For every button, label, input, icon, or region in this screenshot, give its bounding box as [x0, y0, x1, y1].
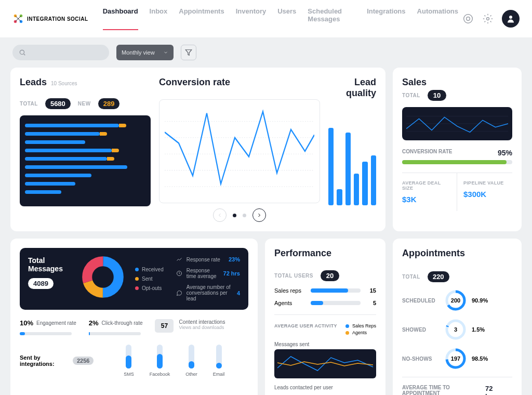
search-icon [19, 49, 26, 56]
brand-logo: INTEGRATION SOCIAL [12, 13, 88, 24]
showed-label: SHOWED [402, 327, 440, 333]
sales-reps-label: Sales reps [274, 287, 305, 294]
leads-new-value: 289 [98, 98, 120, 109]
legend-sales-reps: Sales Reps [352, 323, 376, 328]
avg-deal-label: AVERAGE DEAL SIZE [402, 180, 450, 191]
svg-point-5 [467, 17, 470, 21]
sales-total-value: 10 [428, 90, 446, 101]
nav-appointments[interactable]: Appointments [179, 7, 224, 30]
ctr-label: Click-through rate [102, 320, 143, 326]
ci-value: 57 [155, 319, 174, 333]
pipeline-value: $300K [463, 190, 512, 199]
carousel-dot-2[interactable] [243, 214, 246, 217]
leads-total-label: TOTAL [20, 101, 38, 107]
main-nav: Dashboard Inbox Appointments Inventory U… [103, 7, 458, 30]
performance-card: Performance TOTAL USERS20 Sales reps15 A… [265, 239, 385, 395]
nav-dashboard[interactable]: Dashboard [103, 7, 138, 30]
ci-label: Content interactions [179, 319, 225, 325]
carousel-dot-1[interactable] [233, 214, 236, 217]
avg-user-label: AVERAGE USER ACTIVITY [274, 323, 337, 335]
filter-button[interactable] [181, 45, 196, 60]
noshows-label: NO-SHOWS [402, 356, 440, 362]
sales-conv-value: 95% [498, 149, 512, 157]
help-icon[interactable] [462, 13, 474, 24]
toolbar: Monthly view [0, 37, 532, 68]
leads-new-label: NEW [78, 101, 91, 107]
sent-by-value: 2256 [73, 357, 94, 365]
chevron-down-icon [163, 50, 168, 55]
avg-conv-value: 4 [237, 290, 240, 296]
sales-conv-bar [402, 160, 512, 164]
view-select-label: Monthly view [122, 49, 155, 56]
nav-scheduled[interactable]: Scheduled Messages [308, 7, 355, 30]
view-select[interactable]: Monthly view [116, 45, 174, 60]
nav-users[interactable]: Users [277, 7, 296, 30]
carousel-next[interactable] [252, 208, 266, 222]
noshows-ring: 197 [445, 348, 467, 370]
messages-title: Total Messages [28, 256, 74, 273]
int-label-other: Other [185, 372, 197, 377]
sent-by-label: Sent by integrations: [20, 354, 66, 367]
nav-inbox[interactable]: Inbox [150, 7, 168, 30]
legend-sent: Sent [142, 276, 153, 282]
svg-point-7 [509, 16, 512, 19]
svg-point-6 [487, 18, 489, 20]
nav-inventory[interactable]: Inventory [236, 7, 267, 30]
agents-value: 5 [366, 300, 376, 306]
clock-icon [176, 270, 182, 276]
leads-hbar-chart [20, 115, 151, 206]
svg-marker-10 [185, 50, 192, 56]
user-avatar[interactable] [502, 10, 520, 28]
msgs-sent-label: Messages sent [274, 341, 376, 347]
sales-card: Sales TOTAL 10 CONVERSION RATE 95% AVERA… [393, 68, 522, 231]
brand-name: INTEGRATION SOCIAL [27, 16, 88, 22]
ctr-pct: 2% [89, 319, 99, 327]
carousel-nav [159, 208, 320, 222]
svg-line-9 [23, 54, 25, 55]
engagement-pct: 10% [20, 319, 33, 327]
showed-pct: 1.5% [472, 326, 485, 333]
response-time-value: 72 hrs [223, 270, 240, 276]
messages-card: Total Messages 4089 Received Sent Opt-ou… [10, 239, 258, 395]
scheduled-ring: 200 [445, 289, 467, 311]
gear-icon[interactable] [482, 13, 494, 24]
messages-pie [82, 256, 124, 298]
trend-icon [176, 256, 182, 262]
engagement-label: Engagement rate [36, 320, 76, 326]
nav-automations[interactable]: Automations [417, 7, 458, 30]
search-input[interactable] [12, 45, 109, 60]
nav-integrations[interactable]: Integrations [367, 7, 405, 30]
legend-optouts: Opt-outs [142, 285, 162, 291]
int-label-fb: Facebook [150, 372, 170, 377]
legend-received: Received [142, 267, 164, 272]
sales-sparkline [402, 107, 512, 140]
ci-sub: Views and downloads [179, 325, 225, 330]
appointments-card: Appointments TOTAL220 SCHEDULED 200 90.9… [393, 239, 522, 395]
int-label-email: Email [213, 372, 225, 377]
int-label-sms: SMS [124, 372, 134, 377]
leads-title: Leads [20, 77, 47, 88]
leads-card: Leads 10 Sources TOTAL 5680 NEW 289 [10, 68, 385, 231]
appt-total-value: 220 [428, 271, 449, 282]
chat-icon [176, 290, 182, 296]
carousel-prev[interactable] [213, 208, 227, 222]
msgs-sent-chart [274, 349, 376, 378]
sales-total-label: TOTAL [402, 93, 420, 98]
avg-conv-label: Average number of conversations per lead [187, 284, 233, 301]
response-rate-value: 23% [229, 256, 240, 262]
noshows-value: 197 [451, 356, 460, 362]
scheduled-value: 200 [451, 297, 460, 304]
sales-reps-value: 15 [366, 287, 376, 294]
leads-total-value: 5680 [45, 98, 71, 109]
appt-avg-label: AVERAGE TIME TO APPOINTMENT [402, 385, 485, 395]
response-rate-label: Response rate [187, 257, 224, 262]
noshows-pct: 98.5% [472, 356, 488, 362]
legend-agents: Agents [352, 330, 367, 335]
performance-title: Performance [274, 248, 376, 259]
showed-ring: 3 [445, 319, 467, 340]
top-header: INTEGRATION SOCIAL Dashboard Inbox Appoi… [0, 0, 532, 37]
appointments-title: Appointments [402, 248, 512, 259]
pipeline-label: PIPELINE VALUE [463, 180, 512, 186]
appt-total-label: TOTAL [402, 274, 420, 280]
sales-title: Sales [402, 77, 427, 87]
